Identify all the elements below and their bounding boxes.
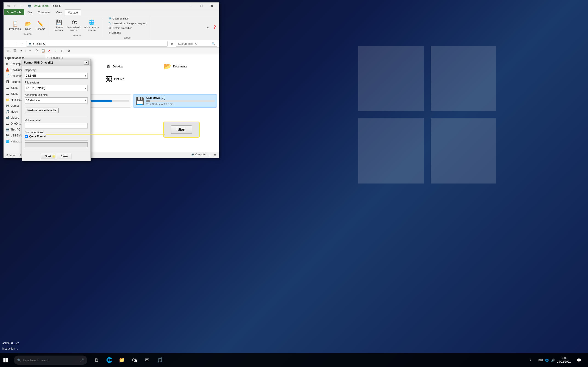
taskbar-clock[interactable]: 13:02 19/02/2021 — [557, 357, 571, 364]
maximize-button[interactable]: □ — [196, 2, 207, 9]
paste-icon[interactable]: 📋 — [40, 48, 46, 53]
start-menu-button[interactable] — [0, 354, 11, 366]
task-view-button[interactable]: ⧉ — [91, 354, 102, 366]
folders-header-label: Folders (7) — [49, 56, 63, 59]
tab-manage[interactable]: Manage — [65, 9, 81, 15]
device-usb[interactable]: 💾 USB Drive (D:) 28.7 GB free of 28.8 GB — [133, 94, 217, 108]
file-explorer-taskbar-icon[interactable]: 📁 — [116, 354, 128, 366]
close-button[interactable]: ✕ — [207, 2, 217, 9]
format-close-button[interactable]: Close — [57, 154, 72, 159]
format-dialog-content: Capacity: 28.8 GB ▼ File system FAT32 (D… — [22, 66, 90, 152]
tab-computer[interactable]: Computer — [35, 9, 53, 15]
view-large-icons[interactable]: ⊞ — [6, 48, 11, 53]
system-properties-button[interactable]: 🖥 System properties — [107, 26, 148, 30]
usb-icon: 💾 — [135, 97, 145, 105]
add-network-button[interactable]: 🌐 Add a networklocation — [83, 19, 100, 33]
notification-icon[interactable]: 💬 — [573, 354, 585, 366]
back-button[interactable]: ← — [6, 41, 11, 47]
refresh-button[interactable]: ↻ — [169, 41, 174, 47]
allocation-label: Allocation unit size — [25, 93, 88, 97]
folder-pictures[interactable]: 🖼 Pictures — [104, 74, 159, 84]
view-down[interactable]: ▾ — [18, 48, 24, 53]
folders-expand-icon[interactable]: ▾ — [47, 57, 48, 59]
access-media-icon: 💾 — [56, 19, 62, 25]
format-dialog-close-btn[interactable]: ✕ — [84, 60, 89, 65]
instruction-label: Instruction ... — [2, 347, 18, 350]
volume-label-input[interactable] — [25, 123, 88, 128]
capacity-select[interactable]: 28.8 GB ▼ — [25, 73, 88, 79]
ribbon-controls: ∧ ❓ — [205, 24, 217, 31]
rename-toolbar-icon[interactable]: ✓ — [53, 48, 59, 53]
redo-icon[interactable]: ⌄ — [19, 3, 24, 9]
ribbon: Drive Tools File Computer View Manage 📋 … — [4, 9, 219, 40]
restore-defaults-button[interactable]: Restore device defaults — [25, 108, 59, 113]
open-button[interactable]: 📂 Open — [23, 20, 33, 31]
grid-view-btn[interactable]: ⊞ — [213, 153, 217, 158]
tab-file[interactable]: File — [24, 9, 35, 15]
new-folder-icon[interactable]: □ — [60, 48, 65, 53]
taskbar-search-icon: 🔍 — [17, 359, 21, 362]
microphone-icon: 🎤 — [80, 358, 84, 362]
ribbon-expand-icon[interactable]: ∧ — [205, 24, 211, 30]
folder-videos[interactable] — [162, 74, 217, 84]
copy-icon[interactable]: ⿻ — [34, 48, 39, 53]
open-settings-button[interactable]: ⚙️ Open Settings — [107, 16, 148, 21]
rename-button[interactable]: ✏️ Rename — [34, 20, 47, 31]
view-details[interactable]: ☰ — [12, 48, 17, 53]
manage-button[interactable]: ⚙ Manage — [107, 31, 148, 35]
capacity-arrow: ▼ — [84, 75, 86, 77]
quick-format-checkbox[interactable] — [25, 135, 28, 138]
properties-quick-icon[interactable]: 🗂 — [6, 3, 11, 9]
svg-rect-1 — [431, 46, 496, 111]
taskbar-search-input[interactable] — [23, 359, 78, 362]
network-group-label: Network — [73, 34, 81, 37]
search-box[interactable]: 🔍 — [176, 41, 217, 47]
undo-icon[interactable]: ↩ — [12, 3, 18, 9]
item-count: 11 items — [6, 154, 15, 157]
sidebar-item-games-label: Games — [10, 104, 19, 107]
games-sidebar-icon: 🎮 — [6, 104, 9, 108]
minimize-button[interactable]: ─ — [186, 2, 196, 9]
edge-icon[interactable]: 🌐 — [103, 354, 115, 366]
tab-view[interactable]: View — [53, 9, 65, 15]
sidebar-item-network-label: Networ... — [10, 140, 21, 143]
format-start-button[interactable]: Start — [41, 154, 55, 159]
filesystem-arrow: ▼ — [84, 87, 86, 90]
allocation-select[interactable]: 16 kilobytes ▼ — [25, 98, 88, 103]
icloud2-sidebar-icon: ☁ — [6, 92, 9, 96]
address-input[interactable]: 💻 › This PC — [26, 41, 168, 47]
network-tray-icon[interactable]: 🌐 — [545, 359, 549, 362]
mail-icon[interactable]: ✉ — [141, 354, 153, 366]
add-network-icon: 🌐 — [88, 19, 95, 25]
folder-documents[interactable]: 📂 Documents — [162, 61, 217, 72]
list-view-btn[interactable]: ☰ — [207, 153, 212, 158]
usb-name: USB Drive (D:) — [146, 96, 215, 100]
up-button[interactable]: ↑ — [19, 41, 25, 47]
ribbon-help-icon[interactable]: ❓ — [212, 24, 217, 30]
forward-button[interactable]: → — [12, 41, 18, 47]
search-input[interactable] — [178, 42, 211, 45]
pinned-app-icon[interactable]: 🎵 — [154, 354, 165, 366]
more-icon[interactable]: ⚙ — [66, 48, 71, 53]
settings-icon: ⚙️ — [108, 17, 112, 20]
folder-desktop[interactable]: 🖥 Desktop — [104, 61, 159, 72]
filesystem-select[interactable]: FAT32 (Default) ▼ — [25, 85, 88, 91]
store-icon[interactable]: 🛍 — [129, 354, 140, 366]
properties-button[interactable]: 📋 Properties — [8, 20, 22, 31]
cut-icon[interactable]: ✂ — [27, 48, 33, 53]
system-tray-expand[interactable]: ∧ — [525, 354, 536, 366]
finalfa-sidebar-icon: 📁 — [6, 98, 9, 102]
sidebar-item-icloud2-label: iCloud — [10, 92, 18, 95]
access-media-button[interactable]: 💾 Accessmedia ▼ — [53, 19, 65, 33]
delete-icon[interactable]: ✕ — [47, 48, 52, 53]
folder-desktop-icon: 🖥 — [106, 64, 111, 69]
downloads-sidebar-icon: 📥 — [6, 68, 9, 72]
map-network-button[interactable]: 🗺 Map networkdrive ▼ — [66, 19, 82, 33]
volume-icon[interactable]: 🔊 — [551, 359, 555, 362]
start-callout-button[interactable]: Start — [171, 125, 192, 134]
tab-drive-tools[interactable]: Drive Tools — [4, 9, 24, 15]
uninstall-button[interactable]: 🔧 Uninstall or change a program — [107, 21, 148, 25]
taskbar-search[interactable]: 🔍 🎤 — [14, 356, 87, 365]
keyboard-icon: ⌨ — [538, 359, 543, 362]
usb-size: 28.7 GB free of 28.8 GB — [146, 103, 215, 106]
